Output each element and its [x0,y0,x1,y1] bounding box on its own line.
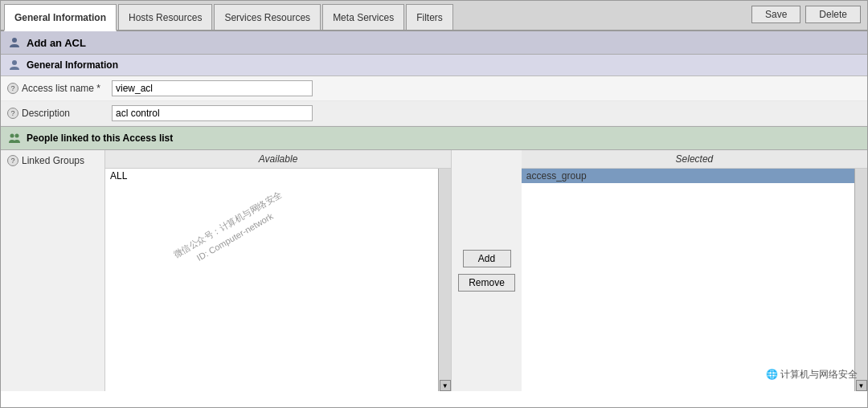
save-button[interactable]: Save [751,6,800,23]
selected-list[interactable]: access_group 🌐 计算机与网络安全 [522,169,854,391]
tab-general-information-label: General Information [14,12,106,23]
middle-buttons: Add Remove [452,150,522,391]
add-acl-header: Add an ACL [1,31,867,55]
acl-icon [7,35,22,50]
tab-meta-services[interactable]: Meta Services [322,4,404,30]
help-icon-linked-groups[interactable]: ? [7,155,18,166]
selected-scrollbar[interactable]: ▼ [854,169,867,391]
svg-point-3 [15,134,19,138]
description-input[interactable] [112,105,313,121]
available-item-all[interactable]: ALL [105,169,438,183]
tab-hosts-resources-label: Hosts Resources [129,12,202,23]
tab-meta-services-label: Meta Services [333,12,394,23]
dual-list-container: Available ALL 微信公众号：计算机与网络安全 ID: Compute… [105,150,867,391]
access-list-name-input[interactable] [112,80,313,96]
selected-item-access-group[interactable]: access_group [522,169,854,183]
tab-actions: Save Delete [751,6,861,23]
scroll-down-arrow[interactable]: ▼ [440,380,451,391]
general-information-title: General Information [27,59,118,71]
delete-button[interactable]: Delete [805,6,861,23]
general-information-header: General Information [1,55,867,76]
watermark: 微信公众号：计算机与网络安全 ID: Computer-network [171,188,293,274]
remove-button[interactable]: Remove [458,274,515,292]
selected-header: Selected [522,150,867,169]
access-list-name-row: ? Access list name * [1,76,867,101]
description-label: ? Description [7,108,112,119]
selected-panel: Selected access_group 🌐 计算机与网络安全 ▼ [522,150,867,391]
access-list-name-text: Access list name * [22,83,100,94]
linked-groups-row: ? Linked Groups Available ALL 微信 [1,150,867,391]
available-panel: Available ALL 微信公众号：计算机与网络安全 ID: Compute… [105,150,452,391]
tab-bar: General Information Hosts Resources Serv… [1,1,867,31]
help-icon-description[interactable]: ? [7,108,18,119]
selected-scroll-down-arrow[interactable]: ▼ [856,380,867,391]
add-acl-title: Add an ACL [27,37,86,49]
tab-general-information[interactable]: General Information [4,4,117,31]
tab-services-resources[interactable]: Services Resources [214,4,321,30]
svg-point-2 [10,134,14,138]
general-info-icon [7,58,22,72]
available-header: Available [105,150,451,169]
svg-point-1 [12,60,17,65]
tab-filters-label: Filters [416,12,443,23]
people-icon [7,131,22,145]
content-area: Add an ACL General Information ? Access … [1,31,867,407]
main-container: General Information Hosts Resources Serv… [0,0,868,408]
linked-groups-label: ? Linked Groups [1,150,105,391]
available-scrollbar[interactable]: ▼ [438,169,451,391]
available-list[interactable]: ALL 微信公众号：计算机与网络安全 ID: Computer-network [105,169,438,391]
tab-services-resources-label: Services Resources [224,12,310,23]
linked-groups-text: Linked Groups [22,155,84,166]
svg-point-0 [12,38,17,43]
people-linked-header: People linked to this Access list [1,126,867,150]
people-linked-title: People linked to this Access list [27,133,173,144]
wechat-badge: 🌐 计算机与网络安全 [766,368,854,381]
tab-filters[interactable]: Filters [406,4,453,30]
add-button[interactable]: Add [463,250,511,267]
description-text: Description [22,108,70,119]
access-list-name-label: ? Access list name * [7,83,112,94]
tab-hosts-resources[interactable]: Hosts Resources [118,4,212,30]
help-icon-name[interactable]: ? [7,83,18,94]
description-row: ? Description [1,101,867,126]
